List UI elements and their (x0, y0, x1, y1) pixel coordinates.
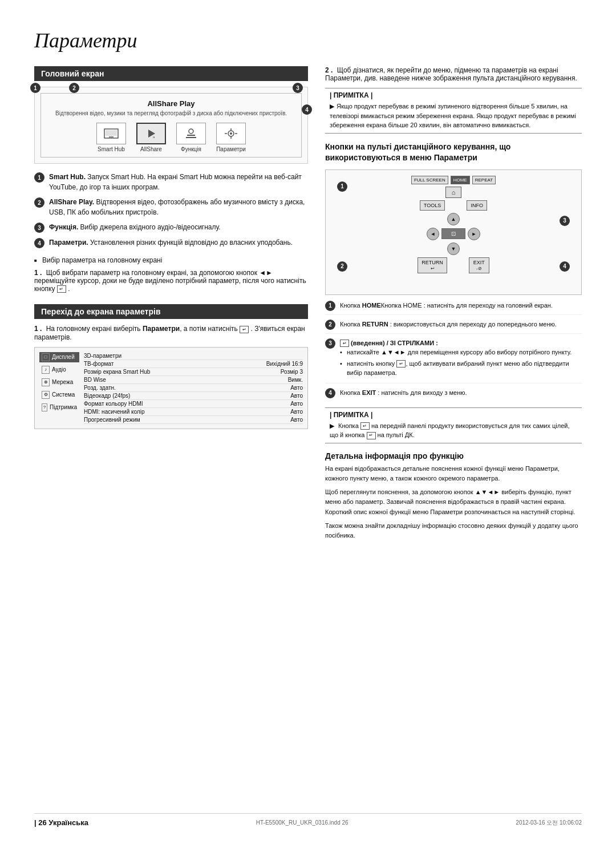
btn-left[interactable]: ◄ (427, 228, 439, 240)
allshare-icon-funktion[interactable]: Функція (176, 123, 206, 152)
remote-mid-row: ◄ ⊡ ► (391, 228, 516, 240)
btn-return[interactable]: RETURN↩ (418, 257, 447, 273)
btn-down[interactable]: ▼ (447, 243, 460, 255)
remote-desc-list: 1 Кнопка HOMEКнопка HOME : натисніть для… (325, 301, 582, 402)
footer-filename: HT-E5500K_RU_UKR_0316.indd 26 (256, 819, 348, 826)
settings-screen: □ Дисплей ♪ Аудіо ⊕ Мережа ⚙ (34, 347, 308, 429)
step2-text-p1: На головному екрані виберіть (46, 325, 143, 333)
enter-icon-note2: ↵ (360, 422, 370, 430)
remote-desc-text-2: Кнопка RETURN : використовується для пер… (340, 320, 582, 329)
left-column: Головний екран 1 2 3 4 AllShare Play Від… (34, 66, 308, 544)
btn-info[interactable]: INFO (467, 200, 487, 211)
r-badge-4: 4 (560, 261, 570, 272)
remote-body: FULL SCREEN HOME REPEAT ⌂ TOOLS INFO (391, 176, 516, 276)
funktion-label: Функція (181, 146, 201, 152)
remote-home-icon-row: ⌂ (391, 187, 516, 198)
btn-exit[interactable]: EXIT-⊘ (469, 257, 489, 273)
desc-num-1: 1 (34, 172, 44, 183)
smarthub-label: Smart Hub (98, 146, 125, 152)
page-number: | 26 Українська (34, 818, 88, 827)
svg-rect-2 (109, 136, 114, 138)
btn-up[interactable]: ▲ (447, 213, 460, 225)
home-icon-btn[interactable]: ⌂ (445, 187, 462, 198)
params-icon-box[interactable] (216, 123, 246, 144)
row-label-4: Розд. здатн. (84, 385, 116, 391)
page-footer: | 26 Українська HT-E5500K_RU_UKR_0316.in… (34, 813, 582, 827)
desc-item-4: 4 Параметри. Установлення різних функцій… (34, 237, 308, 248)
settings-row-8: Прогресивний режим Авто (84, 416, 303, 424)
sidebar-item-display[interactable]: □ Дисплей (39, 352, 79, 362)
row-label-8: Прогресивний режим (84, 417, 140, 423)
settings-row-3: BD Wise Вимк. (84, 376, 303, 384)
btn-right[interactable]: ► (468, 228, 480, 240)
remote-desc-item-4: 4 Кнопка EXIT : натисніть для виходу з м… (325, 388, 582, 402)
note2-text: ▶ Кнопка ↵ на передній панелі продукту в… (330, 421, 577, 440)
bullet-select: Вибір параметра на головному екрані (34, 256, 308, 264)
remote-down-row: ▼ (391, 243, 516, 255)
sidebar-label-audio: Аудіо (52, 366, 66, 373)
step1-period: . (68, 285, 70, 293)
remote-desc-num-1: 1 (325, 301, 335, 311)
num-badge-3: 3 (293, 83, 303, 93)
enter-icon-note2b: ↵ (367, 432, 376, 439)
row-value-5: Авто (290, 393, 303, 399)
svg-rect-6 (187, 135, 195, 136)
allshare-icon-allshare[interactable]: a AllShare (136, 123, 166, 152)
sidebar-item-network[interactable]: ⊕ Мережа (39, 377, 79, 387)
sidebar-label-support: Підтримка (50, 404, 77, 410)
allshare-title: AllShare Play (46, 99, 297, 108)
note1-text: ▶Якщо продукт перебуває в режимі зупинен… (330, 102, 577, 130)
smarthub-icon-box[interactable] (96, 123, 126, 144)
allshare-icon-smarthub[interactable]: Smart Hub (96, 123, 126, 152)
right-column: 2 . Щоб дізнатися, як перейти до меню, п… (325, 66, 582, 544)
enter-icon-3b: ↵ (396, 360, 406, 368)
row-value-3: Вимк. (288, 377, 303, 383)
sidebar-item-support[interactable]: ? Підтримка (39, 402, 79, 413)
sidebar-item-system[interactable]: ⚙ Система (39, 390, 79, 400)
settings-row-7: HDMI: насичений колір Авто (84, 408, 303, 416)
step2-text-p2: , а потім натисніть (180, 325, 238, 333)
num-badge-4: 4 (302, 104, 312, 115)
remote-tools-row: TOOLS INFO (391, 200, 516, 211)
btn-fullscreen[interactable]: FULL SCREEN (411, 176, 448, 184)
footer-date: 2012-03-16 오전 10:06:02 (516, 819, 582, 827)
desc-text-1: Smart Hub. Запуск Smart Hub. На екрані S… (49, 172, 308, 192)
allshare-icon-params[interactable]: Параметри (216, 123, 246, 152)
settings-screen-inner: □ Дисплей ♪ Аудіо ⊕ Мережа ⚙ (39, 352, 303, 424)
r-badge-1: 1 (337, 181, 347, 192)
desc-text-4: Параметри. Установлення різних функцій в… (49, 237, 293, 248)
sidebar-label-system: Система (52, 391, 75, 398)
btn-repeat[interactable]: REPEAT (472, 176, 496, 184)
system-icon: ⚙ (42, 391, 50, 399)
r-badge-3: 3 (560, 216, 570, 226)
allshare-box: 1 2 3 4 AllShare Play Відтворення відео,… (34, 87, 308, 164)
allshare-label: AllShare (140, 146, 162, 152)
btn-home[interactable]: HOME (451, 176, 470, 184)
settings-row-0: 3D-параметри (84, 352, 303, 360)
remote-section-title: Кнопки на пульті дистанційного керування… (325, 142, 582, 164)
remote-desc-item-2: 2 Кнопка RETURN : використовується для п… (325, 320, 582, 334)
btn-enter[interactable]: ⊡ (441, 228, 465, 239)
row-label-3: BD Wise (84, 377, 106, 383)
svg-point-9 (230, 132, 232, 135)
sidebar-item-audio[interactable]: ♪ Аудіо (39, 365, 79, 375)
enter-icon-3: ↵ (340, 340, 349, 347)
allshare-icon-box[interactable]: a (136, 123, 166, 144)
enter-icon-step2: ↵ (240, 326, 249, 333)
funktion-icon-box[interactable] (176, 123, 206, 144)
page-title: Параметри (34, 29, 582, 53)
step1: 1 . Щоб вибрати параметр на головному ек… (34, 269, 308, 293)
row-value-1: Вихідний 16:9 (266, 361, 303, 367)
detail-info-p1: На екрані відображається детальне поясне… (325, 464, 582, 484)
step1-num: 1 . (34, 269, 42, 277)
row-label-2: Розмір екрана Smart Hub (84, 369, 150, 375)
btn-tools[interactable]: TOOLS (420, 200, 445, 211)
r-badge-2: 2 (337, 261, 347, 272)
settings-content: 3D-параметри ТВ-формат Вихідний 16:9 Роз… (84, 352, 303, 424)
step-intro: 2 . Щоб дізнатися, як перейти до меню, п… (325, 66, 582, 82)
allshare-icons: Smart Hub a AllShare Функція (46, 123, 297, 152)
row-label-1: ТВ-формат (84, 361, 114, 367)
section1-header: Головний екран (34, 66, 308, 81)
step2-num: 1 . (34, 325, 42, 333)
remote-desc-item-1: 1 Кнопка HOMEКнопка HOME : натисніть для… (325, 301, 582, 315)
